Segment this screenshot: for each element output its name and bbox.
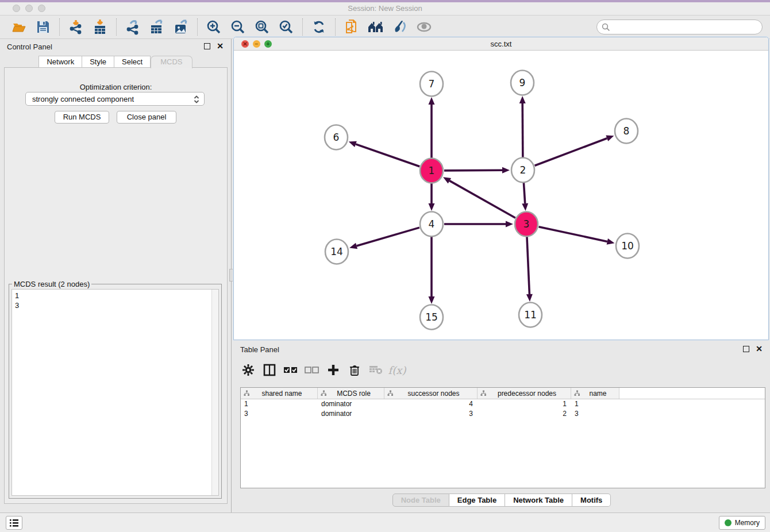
clone-network-icon[interactable] (343, 18, 360, 36)
zoom-selected-icon[interactable] (278, 18, 295, 36)
close-table-panel-icon[interactable]: ✕ (756, 344, 763, 353)
graph-node-10[interactable]: 10 (616, 234, 639, 259)
mcds-result-textarea[interactable]: 1 3 (11, 289, 219, 496)
tab-edge-table[interactable]: Edge Table (449, 494, 505, 507)
graph-node-6[interactable]: 6 (325, 125, 348, 150)
tab-network-table[interactable]: Network Table (505, 494, 572, 507)
table-row[interactable]: 3dominator323 (241, 409, 765, 419)
edge-2-8[interactable] (535, 136, 614, 166)
export-network-icon[interactable] (124, 18, 141, 36)
vizmapper-icon[interactable] (391, 18, 409, 36)
zoom-out-icon[interactable] (229, 18, 247, 36)
graph-node-14[interactable]: 14 (325, 240, 348, 264)
network-window-titlebar[interactable]: ✕ − + scc.txt (234, 37, 768, 51)
edge-2-9[interactable] (519, 96, 526, 157)
edge-1-7[interactable] (429, 97, 435, 158)
table-panel-title: Table Panel (240, 345, 279, 354)
table-cell[interactable]: 3 (241, 409, 318, 419)
create-column-plus-icon[interactable] (325, 362, 341, 378)
tab-network[interactable]: Network (38, 56, 82, 68)
table-cell[interactable]: 4 (384, 399, 478, 409)
node-label: 9 (519, 77, 526, 88)
task-history-button[interactable] (6, 516, 22, 530)
graph-node-11[interactable]: 11 (519, 303, 542, 327)
graph-node-8[interactable]: 8 (615, 119, 638, 144)
table-row[interactable]: 1dominator411 (241, 399, 765, 409)
network-canvas[interactable]: 1234678910111415 (234, 51, 768, 340)
optimization-criterion-select[interactable]: strongly connected component (25, 92, 205, 106)
column-header-name[interactable]: name (571, 388, 619, 399)
edge-1-4[interactable] (429, 183, 435, 211)
column-header-shared-name[interactable]: shared name (241, 388, 318, 399)
search-input[interactable] (613, 21, 762, 33)
hide-panel-eye-icon[interactable] (415, 18, 433, 36)
table-cell[interactable]: 2 (478, 409, 571, 419)
tab-style[interactable]: Style (82, 56, 114, 68)
table-header-row: shared nameMCDS rolesuccessor nodesprede… (241, 388, 765, 399)
float-table-panel-icon[interactable] (743, 346, 749, 352)
zoom-in-icon[interactable] (205, 18, 222, 36)
toolbar-separator (59, 18, 60, 36)
column-header-MCDS-role[interactable]: MCDS role (318, 388, 384, 399)
table-cell[interactable]: 3 (384, 409, 478, 419)
edge-2-3[interactable] (522, 183, 528, 211)
table-cell[interactable]: 1 (571, 399, 619, 409)
run-mcds-button[interactable]: Run MCDS (55, 111, 109, 124)
delete-column-trash-icon[interactable] (346, 362, 363, 378)
edge-1-6[interactable] (349, 141, 420, 167)
edge-3-1[interactable] (443, 177, 515, 218)
node-label: 4 (429, 218, 435, 230)
unselect-all-columns-icon[interactable] (304, 362, 320, 378)
panel-splitter-handle[interactable] (229, 269, 233, 282)
network-view-window: ✕ − + scc.txt 1234678910111415 (233, 37, 769, 340)
table-cell[interactable]: dominator (318, 409, 384, 419)
mcds-result-title: MCDS result (2 nodes) (12, 280, 91, 288)
graph-node-15[interactable]: 15 (420, 305, 443, 330)
export-table-icon[interactable] (148, 18, 165, 36)
control-panel-title: Control Panel (7, 43, 52, 51)
table-cell[interactable]: 1 (478, 399, 571, 409)
table-panel: Table Panel ✕ f(x) (233, 342, 770, 510)
edge-3-10[interactable] (539, 227, 615, 245)
edge-1-2[interactable] (444, 167, 510, 174)
export-image-icon[interactable] (172, 18, 190, 36)
edge-4-14[interactable] (349, 228, 419, 249)
zoom-fit-icon[interactable] (253, 18, 271, 36)
tab-node-table[interactable]: Node Table (392, 494, 449, 507)
refresh-icon[interactable] (310, 18, 328, 36)
open-file-icon[interactable] (10, 18, 28, 36)
memory-button[interactable]: Memory (719, 516, 765, 530)
graph-node-1[interactable]: 1 (420, 159, 443, 183)
edge-4-3[interactable] (444, 221, 513, 228)
close-panel-icon[interactable]: ✕ (217, 41, 224, 51)
graph-node-2[interactable]: 2 (511, 158, 534, 183)
graph-node-4[interactable]: 4 (420, 212, 443, 237)
save-session-icon[interactable] (34, 18, 52, 36)
close-panel-button[interactable]: Close panel (117, 111, 176, 124)
tab-select[interactable]: Select (114, 56, 151, 68)
table-cell[interactable]: dominator (318, 399, 384, 409)
edge-3-11[interactable] (526, 237, 533, 302)
import-table-icon[interactable] (91, 18, 109, 36)
search-box[interactable] (596, 20, 763, 34)
table-cell[interactable]: 1 (241, 399, 318, 409)
graph-node-3[interactable]: 3 (515, 212, 538, 237)
select-all-columns-icon[interactable] (283, 362, 299, 378)
table-settings-gear-icon[interactable] (240, 362, 256, 378)
table-cell[interactable]: 3 (571, 409, 619, 419)
graph-node-9[interactable]: 9 (511, 71, 534, 95)
column-header-predecessor-nodes[interactable]: predecessor nodes (478, 388, 571, 399)
result-scrollbar[interactable] (211, 290, 218, 495)
graph-node-7[interactable]: 7 (420, 72, 443, 97)
column-header-successor-nodes[interactable]: successor nodes (384, 388, 478, 399)
float-panel-icon[interactable] (204, 43, 210, 49)
node-label: 11 (524, 309, 537, 321)
edge-4-15[interactable] (429, 237, 435, 304)
first-neighbors-icon[interactable] (367, 18, 384, 36)
tab-mcds[interactable]: MCDS (151, 56, 192, 68)
node-table[interactable]: shared nameMCDS rolesuccessor nodesprede… (240, 387, 765, 488)
import-network-icon[interactable] (67, 18, 84, 36)
show-column-icon[interactable] (261, 362, 278, 378)
tab-motifs[interactable]: Motifs (572, 494, 611, 507)
memory-status-dot (725, 519, 732, 526)
